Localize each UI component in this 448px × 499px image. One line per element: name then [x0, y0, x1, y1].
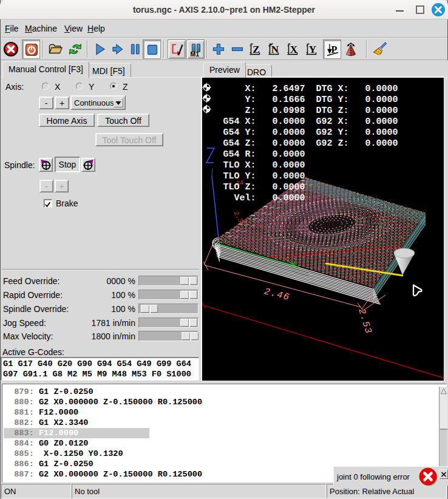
svg-text:Y: 0.1666 DTG Y: 0.0000: Y: 0.1666 DTG Y: 0.0000 [223, 95, 398, 105]
svg-text:2.53: 2.53 [356, 307, 374, 336]
svg-text:N: N [271, 44, 279, 55]
svg-text:G54 Z: 0.0000 G92 Z: 0.00: G54 Z: 0.0000 G92 Z: 0.0000 [223, 138, 398, 149]
svg-text:2.33: 2.33 [232, 210, 246, 228]
svg-text:TLO Z: 0.0000: TLO Z: 0.0000 [223, 182, 305, 192]
svg-text:X: X [290, 44, 298, 55]
svg-text:P: P [331, 44, 338, 55]
svg-text:TLO Y: 0.0000: TLO Y: 0.0000 [223, 171, 305, 182]
svg-text:Vel: 0.0000: Vel: 0.0000 [223, 193, 305, 203]
svg-text:M1: M1 [191, 50, 200, 57]
svg-text:2.46: 2.46 [263, 286, 291, 303]
svg-text:X: 2.6497 DTG X: 0.0000: X: 2.6497 DTG X: 0.0000 [223, 84, 398, 94]
svg-text:G54 R: 0.0000: G54 R: 0.0000 [223, 149, 305, 160]
svg-text:G54 X: 0.0000 G92 X: 0.00: G54 X: 0.0000 G92 X: 0.0000 [223, 117, 398, 127]
svg-text:Y: Y [309, 44, 316, 55]
svg-text:G54 Y: 0.0000 G92 Y: 0.00: G54 Y: 0.0000 G92 Y: 0.0000 [223, 127, 398, 138]
svg-text:TLO X: 0.0000: TLO X: 0.0000 [223, 160, 305, 171]
svg-text:Z: 0.0998 DTG Z: 0.0000: Z: 0.0998 DTG Z: 0.0000 [223, 106, 398, 116]
svg-text:Z: Z [253, 44, 259, 55]
